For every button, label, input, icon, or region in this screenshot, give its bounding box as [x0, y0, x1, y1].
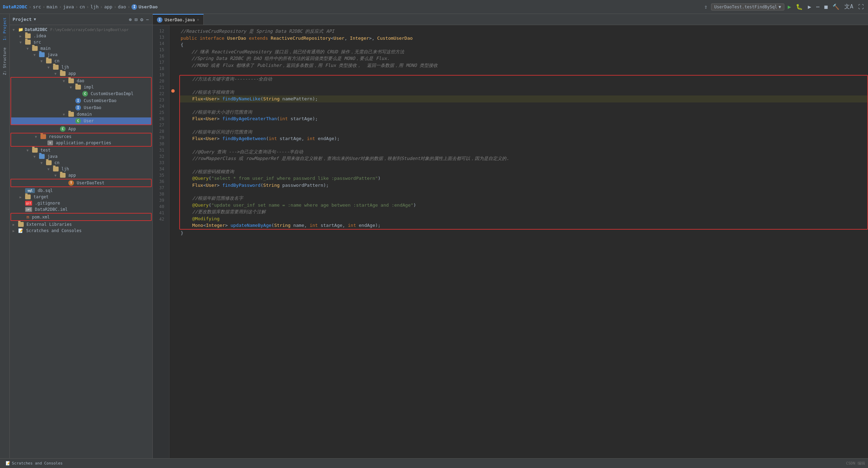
tree-item-user[interactable]: ▶ C User [11, 117, 151, 124]
test-app-name: app [68, 173, 76, 178]
code-line-42: } [179, 230, 868, 237]
tree-item-gitignore[interactable]: ▶ git .gitignore [10, 200, 152, 206]
translate-button[interactable]: 文A [843, 2, 855, 11]
tree-item-ljh[interactable]: ▼ ljh [10, 64, 152, 70]
build-button[interactable]: 🔨 [831, 3, 841, 11]
scratches-name: Scratches and Consoles [26, 228, 82, 233]
dao-redbox: ▼ dao ▼ impl ▶ C CustomUserDaoImpl [10, 77, 152, 125]
bc-ljh[interactable]: ljh [90, 4, 98, 9]
run-config-selector[interactable]: UserDaoTest.testFindBySql ▼ [711, 3, 784, 10]
line-gutter [169, 25, 176, 458]
test-app-arrow: ▼ [54, 174, 59, 177]
tree-item-appprops[interactable]: ▶ ⚙ application.properties [11, 140, 151, 146]
cn-arrow: ▼ [40, 59, 45, 63]
bc-dao[interactable]: dao [118, 4, 126, 9]
tree-item-target[interactable]: ▶ target [10, 194, 152, 200]
gutter-27 [169, 119, 176, 125]
tree-item-cn[interactable]: ▼ cn [10, 58, 152, 64]
stop-button[interactable]: ■ [823, 3, 829, 11]
close-paren-34: ) [378, 175, 381, 182]
back-icon[interactable]: ⇧ [703, 3, 709, 11]
tree-item-main[interactable]: ▼ main [10, 45, 152, 52]
hide-icon[interactable]: − [145, 16, 150, 23]
tree-item-appclass[interactable]: ▶ C App [10, 125, 152, 132]
breadcrumb-project[interactable]: DataR2DBC [3, 4, 27, 9]
ln-16: 16 [153, 53, 166, 59]
tree-item-external-libs[interactable]: ▶ External Libraries [10, 221, 152, 228]
panel-title-dropdown[interactable]: ▼ [34, 17, 36, 22]
tree-item-dao[interactable]: ▼ dao [11, 78, 151, 84]
gt-41: > [225, 222, 231, 229]
tree-item-resources[interactable]: ▼ resources [11, 133, 151, 140]
user-type-22: User [206, 95, 217, 102]
bc-java[interactable]: java [63, 4, 74, 9]
ln-37: 37 [153, 185, 166, 191]
code-line-25: Flux<User> findByAgeGreaterThan(int star… [180, 115, 867, 122]
tree-item-dbsql[interactable]: ▶ sql db.sql [10, 187, 152, 194]
param-startage-25: startAge); [288, 115, 318, 122]
idea-arrow: ▶ [20, 34, 24, 38]
fullscreen-button[interactable]: ⛶ [857, 3, 865, 11]
integer-type-41: Integer [206, 222, 225, 229]
brace-close: } [181, 230, 183, 237]
gutter-12 [169, 25, 176, 31]
resources-folder-icon [40, 134, 46, 139]
tree-item-pomxml[interactable]: ▶ m pom.xml [11, 214, 151, 220]
tab-userdao[interactable]: I UserDao.java × [153, 14, 204, 25]
tree-item-test-app[interactable]: ▼ app [10, 172, 152, 178]
gutter-30 [169, 138, 176, 144]
code-line-30: //@Query 查询 --->自己定义查询语句-----半自动 [180, 148, 867, 155]
custom-userdao-name: CustomUserDao [84, 98, 116, 103]
tree-item-custom-dao-impl[interactable]: ▶ C CustomUserDaoImpl [11, 90, 151, 97]
settings-icon[interactable]: ⚙ [139, 16, 144, 23]
coverage-button[interactable]: ▶ [806, 3, 813, 11]
top-right-controls: ⇧ UserDaoTest.testFindBySql ▼ ▶ 🐛 ▶ ⋯ ■ … [703, 2, 865, 11]
scratches-console-button[interactable]: 📝 Scratches and Consoles [3, 460, 66, 466]
collapse-icon[interactable]: ⊟ [134, 16, 138, 23]
breakpoint-marker-22 [171, 89, 175, 93]
target-name: target [33, 194, 48, 199]
more-run-button[interactable]: ⋯ [815, 3, 821, 11]
parens-28: ( [266, 135, 269, 142]
bc-app[interactable]: app [104, 4, 112, 9]
code-line-22: Flux<User> findByNameLike(String namePat… [180, 95, 867, 102]
tree-item-app[interactable]: ▼ app [10, 70, 152, 77]
tree-item-scratches[interactable]: ▶ 📝 Scratches and Consoles [10, 228, 152, 234]
test-ljh-arrow: ▼ [47, 167, 52, 171]
tree-item-src[interactable]: ▼ src [10, 39, 152, 45]
code-editor[interactable]: //ReactiveCrudRepository 是 Spring Data R… [176, 25, 868, 458]
structure-tab[interactable]: Z: Structure [1, 44, 8, 78]
project-tab[interactable]: 1: Project [1, 14, 8, 44]
bc-cn[interactable]: cn [80, 4, 85, 9]
bc-main[interactable]: main [47, 4, 58, 9]
tab-close-button[interactable]: × [197, 18, 199, 22]
tree-item-java[interactable]: ▼ java [10, 52, 152, 58]
tree-item-test-cn[interactable]: ▼ cn [10, 160, 152, 166]
tree-item-iml[interactable]: ▶ iml DataR2DBC.iml [10, 206, 152, 213]
ln-29: 29 [153, 135, 166, 141]
tree-item-test-java[interactable]: ▼ java [10, 153, 152, 160]
tree-item-domain[interactable]: ▼ domain [11, 111, 151, 117]
tree-item-userdao[interactable]: ▶ I UserDao [11, 104, 151, 111]
tree-item-impl[interactable]: ▼ impl [11, 84, 151, 90]
bc-userdao[interactable]: UserDao [138, 4, 158, 9]
tree-item-custom-userdao[interactable]: ▶ I CustomUserDao [11, 97, 151, 104]
scratches-console-label: Scratches and Consoles [12, 461, 63, 466]
tree-item-test[interactable]: ▼ test [10, 147, 152, 153]
comment-16: //Spring Data R2DBC 的 DAO 组件中的所有方法的返回值类型… [181, 55, 390, 62]
code-line-15: // 继承 ReactiveCrudRepository 接口后，就已经有通用的… [179, 48, 868, 55]
run-button[interactable]: ▶ [786, 3, 793, 11]
interface-i-badge-userdao: I [75, 105, 81, 110]
debug-button[interactable]: 🐛 [794, 3, 804, 11]
locate-icon[interactable]: ⊕ [128, 16, 132, 23]
maven-icon: m [27, 214, 29, 220]
code-line-18 [179, 69, 868, 75]
tree-item-idea[interactable]: ▶ .idea [10, 33, 152, 39]
tree-item-test-ljh[interactable]: ▼ ljh [10, 166, 152, 172]
bc-src[interactable]: src [33, 4, 41, 9]
gitignore-name: .gitignore [35, 201, 60, 206]
tree-item-root[interactable]: ▼ 📁 DataR2DBC F:\myCode\crazyCode\Spring… [10, 26, 152, 33]
tree-item-userdaotest[interactable]: ▶ T UserDaoTest [11, 179, 151, 186]
sep3: › [59, 4, 62, 9]
git-badge: git [25, 201, 32, 206]
